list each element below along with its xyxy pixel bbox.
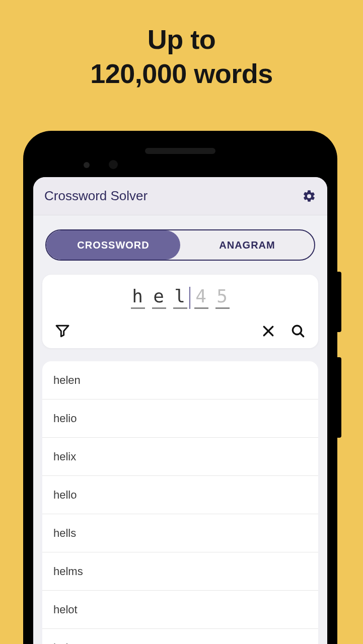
app-screen: Crossword Solver CROSSWORD ANAGRAM h e l… [33,177,327,644]
filter-icon [54,323,70,339]
search-icon [290,323,306,339]
tab-anagram[interactable]: ANAGRAM [180,230,314,260]
mode-segmented-control: CROSSWORD ANAGRAM [45,229,315,261]
promo-line1: Up to [0,23,363,57]
svg-line-3 [300,333,303,336]
close-icon [261,324,276,339]
list-item[interactable]: hello [42,476,318,514]
search-button[interactable] [290,323,306,339]
app-title: Crossword Solver [44,188,148,204]
letter-slot[interactable]: 4 [194,286,208,309]
filter-button[interactable] [54,323,70,339]
card-actions [54,323,306,339]
list-item[interactable]: helms [42,552,318,591]
list-item[interactable]: hells [42,514,318,552]
list-item[interactable]: helot [42,591,318,629]
letter-slot[interactable]: e [152,286,166,309]
letter-slot[interactable]: h [131,286,145,309]
phone-side-button [337,357,341,438]
list-item[interactable]: helio [42,399,318,438]
results-list: helen helio helix hello hells helms helo… [42,361,318,644]
phone-speaker [145,148,215,154]
app-bar: Crossword Solver [33,177,327,215]
text-cursor [189,287,190,309]
list-item[interactable]: helen [42,361,318,399]
phone-mockup: Crossword Solver CROSSWORD ANAGRAM h e l… [23,131,337,644]
phone-camera [109,160,118,169]
tab-crossword[interactable]: CROSSWORD [46,230,180,260]
letter-slot[interactable]: 5 [215,286,230,309]
list-item[interactable]: helps [42,629,318,644]
gear-icon [302,189,316,203]
letter-input-row[interactable]: h e l 4 5 [54,286,306,309]
settings-button[interactable] [302,189,316,203]
input-card: h e l 4 5 [42,275,318,348]
phone-side-button [337,272,341,332]
promo-headline: Up to 120,000 words [0,0,363,91]
list-item[interactable]: helix [42,438,318,476]
clear-button[interactable] [261,324,276,339]
promo-line2: 120,000 words [0,57,363,91]
phone-sensor [84,162,90,168]
letter-slot[interactable]: l [173,286,187,309]
